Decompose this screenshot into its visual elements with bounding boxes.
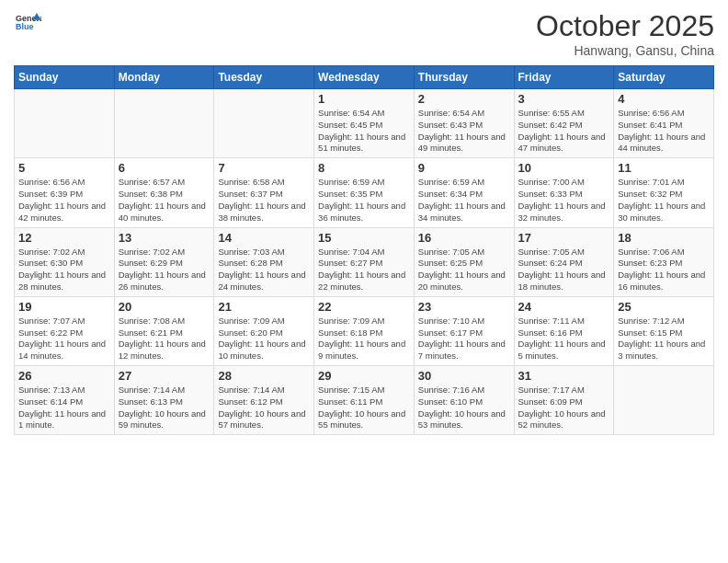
calendar-cell: 16Sunrise: 7:05 AMSunset: 6:25 PMDayligh… bbox=[414, 227, 514, 296]
calendar-cell: 7Sunrise: 6:58 AMSunset: 6:37 PMDaylight… bbox=[214, 158, 314, 227]
day-info: Sunrise: 7:08 AMSunset: 6:21 PMDaylight:… bbox=[119, 316, 210, 362]
day-number: 23 bbox=[418, 300, 510, 314]
sunrise-text: Sunrise: 7:02 AMSunset: 6:29 PMDaylight:… bbox=[119, 247, 206, 292]
day-info: Sunrise: 7:14 AMSunset: 6:13 PMDaylight:… bbox=[119, 385, 210, 431]
sunrise-text: Sunrise: 6:59 AMSunset: 6:35 PMDaylight:… bbox=[318, 177, 405, 222]
calendar-cell: 31Sunrise: 7:17 AMSunset: 6:09 PMDayligh… bbox=[514, 366, 614, 435]
calendar-cell: 19Sunrise: 7:07 AMSunset: 6:22 PMDayligh… bbox=[15, 296, 115, 365]
calendar-cell: 25Sunrise: 7:12 AMSunset: 6:15 PMDayligh… bbox=[614, 296, 714, 365]
day-info: Sunrise: 6:54 AMSunset: 6:43 PMDaylight:… bbox=[418, 108, 510, 155]
day-number: 30 bbox=[418, 369, 510, 383]
sunrise-text: Sunrise: 7:12 AMSunset: 6:15 PMDaylight:… bbox=[618, 316, 705, 361]
day-number: 4 bbox=[618, 92, 710, 106]
sunrise-text: Sunrise: 7:04 AMSunset: 6:27 PMDaylight:… bbox=[318, 247, 405, 292]
calendar-cell: 18Sunrise: 7:06 AMSunset: 6:23 PMDayligh… bbox=[614, 227, 714, 296]
day-info: Sunrise: 7:01 AMSunset: 6:32 PMDaylight:… bbox=[618, 177, 710, 224]
sunrise-text: Sunrise: 7:01 AMSunset: 6:32 PMDaylight:… bbox=[618, 177, 705, 222]
day-number: 16 bbox=[418, 231, 510, 245]
calendar-week-3: 12Sunrise: 7:02 AMSunset: 6:30 PMDayligh… bbox=[15, 227, 714, 296]
day-info: Sunrise: 6:56 AMSunset: 6:41 PMDaylight:… bbox=[618, 108, 710, 155]
logo-icon: General Blue bbox=[16, 9, 41, 35]
day-info: Sunrise: 6:56 AMSunset: 6:39 PMDaylight:… bbox=[18, 177, 110, 224]
day-number: 20 bbox=[119, 300, 210, 314]
sunrise-text: Sunrise: 6:55 AMSunset: 6:42 PMDaylight:… bbox=[518, 108, 606, 153]
calendar-cell: 12Sunrise: 7:02 AMSunset: 6:30 PMDayligh… bbox=[15, 227, 115, 296]
sunrise-text: Sunrise: 6:54 AMSunset: 6:45 PMDaylight:… bbox=[318, 108, 405, 153]
calendar-cell: 1Sunrise: 6:54 AMSunset: 6:45 PMDaylight… bbox=[314, 89, 415, 158]
day-number: 24 bbox=[518, 300, 610, 314]
calendar-header-row: Sunday Monday Tuesday Wednesday Thursday… bbox=[15, 66, 714, 89]
day-number: 15 bbox=[318, 231, 410, 245]
calendar-cell: 5Sunrise: 6:56 AMSunset: 6:39 PMDaylight… bbox=[15, 158, 115, 227]
sunrise-text: Sunrise: 7:16 AMSunset: 6:10 PMDaylight:… bbox=[418, 385, 506, 430]
calendar-cell: 17Sunrise: 7:05 AMSunset: 6:24 PMDayligh… bbox=[514, 227, 614, 296]
day-info: Sunrise: 6:55 AMSunset: 6:42 PMDaylight:… bbox=[518, 108, 610, 155]
sunrise-text: Sunrise: 7:03 AMSunset: 6:28 PMDaylight:… bbox=[218, 247, 305, 292]
logo: General Blue bbox=[14, 9, 41, 39]
day-info: Sunrise: 6:54 AMSunset: 6:45 PMDaylight:… bbox=[318, 108, 410, 155]
header-wednesday: Wednesday bbox=[314, 66, 415, 89]
calendar-cell: 21Sunrise: 7:09 AMSunset: 6:20 PMDayligh… bbox=[214, 296, 314, 365]
calendar-week-2: 5Sunrise: 6:56 AMSunset: 6:39 PMDaylight… bbox=[15, 158, 714, 227]
calendar-cell: 23Sunrise: 7:10 AMSunset: 6:17 PMDayligh… bbox=[414, 296, 514, 365]
calendar: Sunday Monday Tuesday Wednesday Thursday… bbox=[14, 65, 714, 435]
sunrise-text: Sunrise: 7:11 AMSunset: 6:16 PMDaylight:… bbox=[518, 316, 606, 361]
sunrise-text: Sunrise: 7:09 AMSunset: 6:18 PMDaylight:… bbox=[318, 316, 405, 361]
header-sunday: Sunday bbox=[15, 66, 115, 89]
day-number: 22 bbox=[318, 300, 410, 314]
calendar-cell: 6Sunrise: 6:57 AMSunset: 6:38 PMDaylight… bbox=[114, 158, 214, 227]
day-info: Sunrise: 7:14 AMSunset: 6:12 PMDaylight:… bbox=[218, 385, 310, 431]
subtitle: Hanwang, Gansu, China bbox=[536, 43, 714, 58]
svg-text:Blue: Blue bbox=[16, 22, 33, 31]
day-info: Sunrise: 7:05 AMSunset: 6:25 PMDaylight:… bbox=[418, 247, 510, 293]
sunrise-text: Sunrise: 6:57 AMSunset: 6:38 PMDaylight:… bbox=[119, 177, 206, 222]
day-number: 25 bbox=[618, 300, 710, 314]
sunrise-text: Sunrise: 7:15 AMSunset: 6:11 PMDaylight:… bbox=[318, 385, 405, 430]
sunrise-text: Sunrise: 7:10 AMSunset: 6:17 PMDaylight:… bbox=[418, 316, 506, 361]
day-info: Sunrise: 7:02 AMSunset: 6:29 PMDaylight:… bbox=[119, 247, 210, 293]
sunrise-text: Sunrise: 7:00 AMSunset: 6:33 PMDaylight:… bbox=[518, 177, 606, 222]
day-info: Sunrise: 7:09 AMSunset: 6:18 PMDaylight:… bbox=[318, 316, 410, 362]
calendar-cell bbox=[15, 89, 115, 158]
calendar-cell: 11Sunrise: 7:01 AMSunset: 6:32 PMDayligh… bbox=[614, 158, 714, 227]
day-number: 21 bbox=[218, 300, 310, 314]
calendar-cell: 15Sunrise: 7:04 AMSunset: 6:27 PMDayligh… bbox=[314, 227, 415, 296]
day-number: 7 bbox=[218, 161, 310, 175]
calendar-cell: 3Sunrise: 6:55 AMSunset: 6:42 PMDaylight… bbox=[514, 89, 614, 158]
day-number: 19 bbox=[18, 300, 110, 314]
sunrise-text: Sunrise: 7:09 AMSunset: 6:20 PMDaylight:… bbox=[218, 316, 305, 361]
calendar-cell: 22Sunrise: 7:09 AMSunset: 6:18 PMDayligh… bbox=[314, 296, 415, 365]
sunrise-text: Sunrise: 7:06 AMSunset: 6:23 PMDaylight:… bbox=[618, 247, 705, 292]
calendar-cell: 20Sunrise: 7:08 AMSunset: 6:21 PMDayligh… bbox=[114, 296, 214, 365]
header-monday: Monday bbox=[114, 66, 214, 89]
day-info: Sunrise: 7:04 AMSunset: 6:27 PMDaylight:… bbox=[318, 247, 410, 293]
sunrise-text: Sunrise: 7:13 AMSunset: 6:14 PMDaylight:… bbox=[18, 385, 106, 430]
day-number: 26 bbox=[18, 369, 110, 383]
sunrise-text: Sunrise: 7:17 AMSunset: 6:09 PMDaylight:… bbox=[518, 385, 606, 430]
sunrise-text: Sunrise: 7:08 AMSunset: 6:21 PMDaylight:… bbox=[119, 316, 206, 361]
calendar-cell: 26Sunrise: 7:13 AMSunset: 6:14 PMDayligh… bbox=[15, 366, 115, 435]
day-info: Sunrise: 7:05 AMSunset: 6:24 PMDaylight:… bbox=[518, 247, 610, 293]
day-number: 28 bbox=[218, 369, 310, 383]
day-number: 27 bbox=[119, 369, 210, 383]
day-info: Sunrise: 7:09 AMSunset: 6:20 PMDaylight:… bbox=[218, 316, 310, 362]
sunrise-text: Sunrise: 7:05 AMSunset: 6:24 PMDaylight:… bbox=[518, 247, 606, 292]
calendar-cell bbox=[614, 366, 714, 435]
header: General Blue October 2025 Hanwang, Gansu… bbox=[14, 9, 714, 58]
logo-text: General Blue bbox=[14, 9, 41, 39]
day-info: Sunrise: 7:00 AMSunset: 6:33 PMDaylight:… bbox=[518, 177, 610, 224]
day-number: 14 bbox=[218, 231, 310, 245]
day-info: Sunrise: 6:59 AMSunset: 6:35 PMDaylight:… bbox=[318, 177, 410, 224]
day-info: Sunrise: 7:02 AMSunset: 6:30 PMDaylight:… bbox=[18, 247, 110, 293]
calendar-cell: 13Sunrise: 7:02 AMSunset: 6:29 PMDayligh… bbox=[114, 227, 214, 296]
calendar-cell: 14Sunrise: 7:03 AMSunset: 6:28 PMDayligh… bbox=[214, 227, 314, 296]
calendar-cell: 2Sunrise: 6:54 AMSunset: 6:43 PMDaylight… bbox=[414, 89, 514, 158]
calendar-cell bbox=[214, 89, 314, 158]
day-number: 2 bbox=[418, 92, 510, 106]
sunrise-text: Sunrise: 6:59 AMSunset: 6:34 PMDaylight:… bbox=[418, 177, 506, 222]
sunrise-text: Sunrise: 7:07 AMSunset: 6:22 PMDaylight:… bbox=[18, 316, 106, 361]
day-number: 12 bbox=[18, 231, 110, 245]
day-number: 1 bbox=[318, 92, 410, 106]
day-number: 17 bbox=[518, 231, 610, 245]
day-number: 9 bbox=[418, 161, 510, 175]
